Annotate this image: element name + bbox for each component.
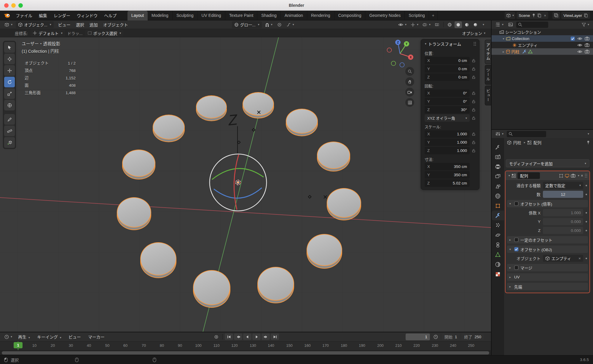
shading-dropdown[interactable]: ▾ <box>480 21 486 28</box>
fullscreen-window-button[interactable] <box>18 3 23 8</box>
checkbox-icon[interactable] <box>514 265 519 270</box>
cylinder-object[interactable] <box>243 92 274 119</box>
subpanel-header-4[interactable]: ▸UV <box>507 273 588 281</box>
overlays-dropdown[interactable]: ▾ <box>421 21 432 28</box>
falloff-dropdown[interactable]: ▾ <box>285 21 296 28</box>
cylinder-object[interactable] <box>257 267 294 304</box>
properties-tab-world[interactable] <box>492 191 504 201</box>
topbar-menu-1[interactable]: 編集 <box>36 11 50 20</box>
checkbox-icon[interactable] <box>514 238 519 242</box>
chevron-right-icon[interactable]: ▸ <box>501 50 506 53</box>
viewport-canvas[interactable]: Z ユーザー・透視投影 (1) Collection | 円柱 オブジェクト1 … <box>0 37 491 332</box>
lock-icon[interactable] <box>472 116 476 120</box>
outliner-row-2[interactable]: エンプティ <box>492 42 593 48</box>
shading-wireframe-button[interactable] <box>446 21 453 28</box>
outliner-display-mode-button[interactable]: ▾ <box>494 21 505 28</box>
eye-icon[interactable] <box>577 43 582 47</box>
transform-field[interactable]: X0 cm <box>425 57 470 64</box>
offset-object-field[interactable]: エンプティ× <box>543 255 583 262</box>
gizmos-dropdown[interactable]: ▾ <box>409 21 420 28</box>
lock-icon[interactable] <box>472 75 476 79</box>
workspace-tab-geometry-nodes[interactable]: Geometry Nodes <box>365 11 405 20</box>
properties-tab-physics[interactable] <box>492 230 504 240</box>
lock-icon[interactable] <box>472 140 476 144</box>
properties-tab-constraints[interactable] <box>492 240 504 250</box>
chevron-down-icon[interactable]: ▾ <box>501 37 506 40</box>
next-keyframe-button[interactable] <box>262 333 270 340</box>
topbar-menu-4[interactable]: ヘルプ <box>101 11 120 20</box>
minimize-window-button[interactable] <box>11 3 16 8</box>
cylinder-object[interactable] <box>117 197 151 230</box>
cylinder-object[interactable] <box>140 242 176 278</box>
jump-to-end-button[interactable] <box>271 333 279 340</box>
visibility-dropdown[interactable]: ▾ <box>397 21 408 28</box>
add-modifier-button[interactable]: モディファイアーを追加 ▾ <box>506 159 589 167</box>
transform-tool[interactable] <box>4 100 15 110</box>
chevron-right-icon[interactable]: ▸ <box>509 266 512 269</box>
transform-field[interactable]: Z0 cm <box>425 73 470 81</box>
add-cube-tool[interactable] <box>4 137 15 148</box>
properties-tab-tool[interactable] <box>492 142 504 152</box>
outliner-row-1[interactable]: ▾Collection <box>492 35 593 42</box>
outliner-search-input[interactable] <box>516 22 548 28</box>
chevron-right-icon[interactable]: ▸ <box>509 285 512 288</box>
xray-toggle[interactable] <box>433 21 441 28</box>
close-window-button[interactable] <box>4 3 9 8</box>
options-dropdown[interactable]: オプション▾ <box>460 30 487 36</box>
workspace-tab-scripting[interactable]: Scripting <box>405 11 429 20</box>
properties-tab-output[interactable] <box>492 162 504 171</box>
transform-field[interactable]: Y0° <box>425 98 470 105</box>
timeline-menu-1[interactable]: キーイング ▾ <box>34 333 64 340</box>
cylinder-object[interactable] <box>196 95 227 121</box>
workspace-tab-compositing[interactable]: Compositing <box>334 11 366 20</box>
snap-toggle[interactable]: ▾ <box>264 21 274 28</box>
outliner-filter-button[interactable]: ▾ <box>580 21 591 28</box>
timeline-ruler[interactable]: 1 10203040506070809010011012013014015016… <box>0 341 491 350</box>
subpanel-header-5[interactable]: ▸先端 <box>507 283 588 290</box>
chevron-down-icon[interactable]: ▾ <box>509 202 512 205</box>
eye-icon[interactable] <box>577 50 582 54</box>
outliner-mode-icon-button[interactable] <box>507 21 514 28</box>
lock-icon[interactable] <box>472 100 476 103</box>
eye-icon[interactable] <box>577 37 582 41</box>
cursor-tool[interactable] <box>4 54 15 64</box>
viewlayer-datablock-button[interactable] <box>552 12 560 19</box>
workspace-tab-uv-editing[interactable]: UV Editing <box>197 11 225 20</box>
transform-field[interactable]: Z5.02 cm <box>425 179 470 187</box>
measure-tool[interactable] <box>4 126 15 136</box>
rotate-tool[interactable] <box>4 77 15 87</box>
lock-icon[interactable] <box>472 59 476 62</box>
close-icon[interactable]: × <box>581 173 583 178</box>
current-frame-badge[interactable]: 1 <box>14 342 23 348</box>
transform-field[interactable]: Y1.000 <box>425 139 470 146</box>
viewport-menu-2[interactable]: 追加 <box>87 21 101 28</box>
properties-editor-type-button[interactable]: ▾ <box>494 131 505 137</box>
frame-start-field[interactable]: 開始1 <box>442 333 460 340</box>
drag-handle-icon[interactable] <box>585 174 587 178</box>
properties-tab-render[interactable] <box>492 152 504 162</box>
fit-type-dropdown[interactable]: 定数で指定▾ <box>543 182 583 189</box>
editor-type-button[interactable]: ▾ <box>3 21 14 28</box>
properties-tab-material[interactable] <box>492 259 504 269</box>
play-button[interactable] <box>252 333 261 340</box>
chevron-down-icon[interactable]: ▾ <box>509 248 512 251</box>
lock-icon[interactable] <box>472 108 476 112</box>
count-field[interactable]: 12 <box>543 191 583 198</box>
workspace-tab-texture-paint[interactable]: Texture Paint <box>225 11 258 20</box>
transform-field[interactable]: X1.000 <box>425 130 470 138</box>
orientation-dropdown[interactable]: グロ一...▾ <box>232 21 262 28</box>
shading-material-button[interactable] <box>463 21 471 28</box>
workspace-tab-rendering[interactable]: Rendering <box>307 11 334 20</box>
current-frame-field[interactable]: 1 <box>406 333 430 340</box>
viewport-menu-1[interactable]: 選択 <box>73 21 87 28</box>
outliner-row-0[interactable]: シーンコレクション <box>492 29 593 35</box>
frame-end-field[interactable]: 終了250 <box>461 333 484 340</box>
pan-button[interactable] <box>405 77 414 86</box>
transform-field[interactable]: Y350 cm <box>425 171 470 179</box>
transform-field[interactable]: X0° <box>425 89 470 97</box>
proportional-edit-toggle[interactable] <box>276 21 283 28</box>
cylinder-object[interactable] <box>122 150 155 180</box>
lock-icon[interactable] <box>472 67 476 71</box>
scene-name-field[interactable]: Scene× <box>517 12 548 19</box>
select-box-tool[interactable] <box>4 42 15 53</box>
